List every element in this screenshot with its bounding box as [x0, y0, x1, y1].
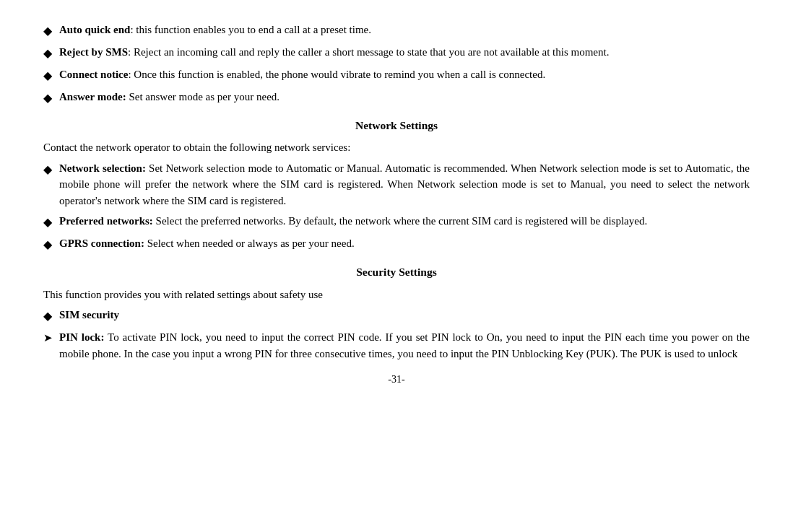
bullet-auto-quick-end: ◆ Auto quick end: this function enables … — [43, 22, 750, 40]
diamond-icon: ◆ — [43, 45, 59, 62]
network-intro: Contact the network operator to obtain t… — [43, 139, 750, 156]
sim-security-text: SIM security — [59, 307, 750, 323]
diamond-icon: ◆ — [43, 22, 59, 40]
diamond-icon: ◆ — [43, 236, 59, 253]
auto-quick-end-text: Auto quick end: this function enables yo… — [59, 22, 750, 38]
security-settings-heading: Security Settings — [43, 263, 750, 280]
bullet-sim-security: ◆ SIM security — [43, 307, 750, 325]
reject-by-sms-bold: Reject by SMS — [59, 46, 128, 58]
bullet-preferred-networks: ◆ Preferred networks: Select the preferr… — [43, 213, 750, 231]
connect-notice-text: Connect notice: Once this function is en… — [59, 66, 750, 83]
connect-notice-bold: Connect notice — [59, 69, 128, 80]
bullet-answer-mode: ◆ Answer mode: Set answer mode as per yo… — [43, 89, 750, 107]
answer-mode-text: Answer mode: Set answer mode as per your… — [59, 89, 750, 105]
bullet-reject-by-sms: ◆ Reject by SMS: Reject an incoming call… — [43, 44, 750, 62]
page-number: -31- — [43, 372, 750, 387]
bullet-gprs-connection: ◆ GPRS connection: Select when needed or… — [43, 235, 750, 253]
diamond-icon: ◆ — [43, 308, 59, 325]
diamond-icon: ◆ — [43, 161, 59, 178]
diamond-icon: ◆ — [43, 214, 59, 231]
diamond-icon: ◆ — [43, 67, 59, 84]
bullet-pin-lock: ➤ PIN lock: To activate PIN lock, you ne… — [43, 329, 750, 362]
network-selection-bold: Network selection: — [59, 162, 146, 174]
pin-lock-text: PIN lock: To activate PIN lock, you need… — [59, 329, 750, 362]
bullet-connect-notice: ◆ Connect notice: Once this function is … — [43, 66, 750, 84]
answer-mode-bold: Answer mode: — [59, 91, 126, 103]
preferred-networks-text: Preferred networks: Select the preferred… — [59, 213, 750, 230]
gprs-connection-bold: GPRS connection: — [59, 237, 144, 249]
pin-lock-bold: PIN lock: — [59, 331, 104, 343]
preferred-networks-bold: Preferred networks: — [59, 215, 153, 227]
auto-quick-end-bold: Auto quick end — [59, 24, 130, 35]
security-intro: This function provides you with related … — [43, 287, 750, 303]
reject-by-sms-text: Reject by SMS: Reject an incoming call a… — [59, 44, 750, 61]
network-settings-heading: Network Settings — [43, 117, 750, 134]
diamond-icon: ◆ — [43, 90, 59, 107]
arrow-icon: ➤ — [43, 330, 59, 346]
bullet-network-selection: ◆ Network selection: Set Network selecti… — [43, 160, 750, 209]
network-selection-text: Network selection: Set Network selection… — [59, 160, 750, 209]
sim-security-bold: SIM security — [59, 309, 119, 320]
gprs-connection-text: GPRS connection: Select when needed or a… — [59, 235, 750, 252]
